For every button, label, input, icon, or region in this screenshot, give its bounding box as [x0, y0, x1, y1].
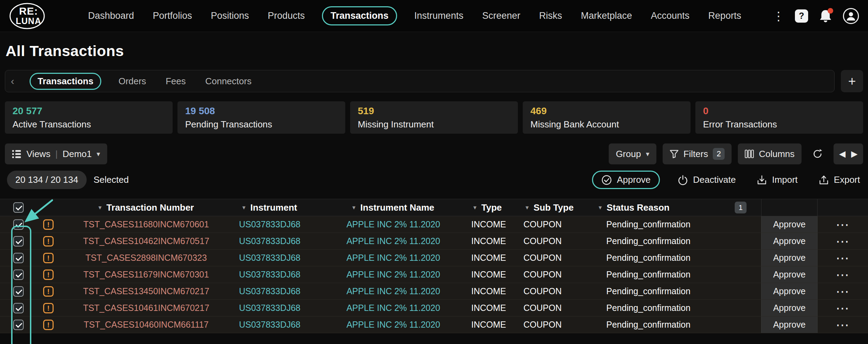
export-button[interactable]: Export — [815, 171, 863, 189]
cell-instrument[interactable]: US037833DJ68 — [223, 233, 317, 249]
cell-sub-type: COUPON — [522, 266, 595, 283]
cell-type: INCOME — [470, 266, 522, 283]
nav-item-positions[interactable]: Positions — [209, 6, 251, 25]
cell-instrument[interactable]: US037833DJ68 — [223, 283, 317, 299]
overflow-menu-icon[interactable]: ⋮ — [773, 10, 784, 22]
pagination-control[interactable]: ◀ ▶ — [834, 143, 863, 164]
nav-item-products[interactable]: Products — [266, 6, 307, 25]
header-instrument[interactable]: ▾ Instrument — [223, 199, 317, 216]
nav-item-accounts[interactable]: Accounts — [649, 6, 691, 25]
row-menu-icon[interactable]: ⋯ — [818, 250, 868, 266]
row-menu-icon[interactable]: ⋯ — [818, 266, 868, 283]
header-sub-type[interactable]: ▾ Sub Type — [522, 199, 595, 216]
header-transaction-number[interactable]: ▾ Transaction Number — [70, 199, 223, 216]
nav-item-transactions[interactable]: Transactions — [322, 6, 397, 25]
row-menu-icon[interactable]: ⋯ — [818, 216, 868, 233]
row-approve-button[interactable]: Approve — [761, 283, 818, 299]
row-menu-icon[interactable]: ⋯ — [818, 233, 868, 249]
cell-instrument-name[interactable]: APPLE INC 2% 11.2020 — [317, 300, 470, 316]
row-checkbox[interactable] — [13, 320, 24, 330]
stat-card[interactable]: 19 508 Pending Transactions — [177, 101, 345, 134]
cell-instrument-name[interactable]: APPLE INC 2% 11.2020 — [317, 233, 470, 249]
import-button[interactable]: Import — [753, 171, 801, 189]
stat-card[interactable]: 469 Missing Bank Account — [523, 101, 691, 134]
tab-label: Orders — [118, 76, 146, 86]
cell-instrument[interactable]: US037833DJ68 — [223, 250, 317, 266]
group-button[interactable]: Group ▾ — [609, 143, 656, 164]
row-approve-button[interactable]: Approve — [761, 266, 818, 283]
chevron-down-icon[interactable]: ▾ — [526, 204, 529, 211]
tab-transactions[interactable]: Transactions — [30, 73, 101, 90]
row-approve-button[interactable]: Approve — [761, 233, 818, 249]
refresh-button[interactable] — [808, 144, 827, 164]
stat-card[interactable]: 519 Missing Instrument — [350, 101, 518, 134]
chevron-down-icon[interactable]: ▾ — [473, 204, 476, 211]
chevron-down-icon[interactable]: ▾ — [242, 204, 245, 211]
table-row: ! TST_CASES10461INCM670217 US037833DJ68 … — [0, 300, 868, 316]
row-menu-icon[interactable]: ⋯ — [818, 283, 868, 299]
chevron-down-icon[interactable]: ▾ — [599, 204, 602, 211]
nav-item-label: Positions — [211, 10, 249, 21]
row-checkbox[interactable] — [13, 303, 24, 313]
stat-card[interactable]: 20 577 Active Transactions — [5, 101, 173, 134]
nav-item-marketplace[interactable]: Marketplace — [579, 6, 634, 25]
approve-button[interactable]: Approve — [592, 171, 660, 189]
tab-connectors[interactable]: Connectors — [203, 73, 254, 90]
nav-item-reports[interactable]: Reports — [707, 6, 743, 25]
row-menu-icon[interactable]: ⋯ — [818, 300, 868, 316]
cell-transaction-number[interactable]: TST_CASES13450INCM670217 — [70, 283, 223, 299]
columns-button[interactable]: Columns — [738, 143, 802, 164]
cell-instrument-name[interactable]: APPLE INC 2% 11.2020 — [317, 216, 470, 233]
row-checkbox[interactable] — [13, 286, 24, 297]
nav-item-dashboard[interactable]: Dashboard — [86, 6, 136, 25]
filters-button[interactable]: Filters 2 — [663, 143, 732, 164]
chevron-down-icon[interactable]: ▾ — [352, 204, 355, 211]
cell-transaction-number[interactable]: TST_CASES2898INCM670323 — [70, 250, 223, 266]
row-approve-button[interactable]: Approve — [761, 216, 818, 233]
deactivate-button[interactable]: Deactivate — [674, 171, 739, 189]
nav-item-instruments[interactable]: Instruments — [412, 6, 465, 25]
cell-transaction-number[interactable]: TST_CASES10460INCM661117 — [70, 316, 223, 333]
row-approve-button[interactable]: Approve — [761, 250, 818, 266]
cell-instrument[interactable]: US037833DJ68 — [223, 216, 317, 233]
header-type[interactable]: ▾ Type — [470, 199, 522, 216]
row-menu-icon[interactable]: ⋯ — [818, 316, 868, 333]
cell-instrument-name[interactable]: APPLE INC 2% 11.2020 — [317, 283, 470, 299]
cell-instrument[interactable]: US037833DJ68 — [223, 266, 317, 283]
user-avatar[interactable] — [843, 8, 859, 24]
tab-fees[interactable]: Fees — [163, 73, 188, 90]
row-approve-button[interactable]: Approve — [761, 316, 818, 333]
cell-instrument-name[interactable]: APPLE INC 2% 11.2020 — [317, 316, 470, 333]
tabs-scroll-left-icon[interactable]: ‹ — [10, 75, 15, 87]
nav-item-portfolios[interactable]: Portfolios — [151, 6, 194, 25]
cell-transaction-number[interactable]: TST_CASES11680INCM670601 — [70, 216, 223, 233]
row-checkbox[interactable] — [13, 236, 24, 247]
header-status-reason[interactable]: ▾ Status Reason 1 — [595, 199, 761, 216]
tab-orders[interactable]: Orders — [116, 73, 148, 90]
notifications-bell-icon[interactable] — [819, 9, 833, 23]
tab-label: Transactions — [38, 76, 93, 86]
nav-item-screener[interactable]: Screener — [480, 6, 522, 25]
cell-transaction-number[interactable]: TST_CASES10462INCM670517 — [70, 233, 223, 249]
select-all-checkbox[interactable] — [13, 202, 24, 213]
cell-instrument[interactable]: US037833DJ68 — [223, 316, 317, 333]
cell-instrument-name[interactable]: APPLE INC 2% 11.2020 — [317, 266, 470, 283]
row-checkbox[interactable] — [13, 219, 24, 230]
views-selector-button[interactable]: Views | Demo1 ▾ — [5, 143, 107, 164]
cell-transaction-number[interactable]: TST_CASES10461INCM670217 — [70, 300, 223, 316]
next-page-icon[interactable]: ▶ — [851, 149, 858, 159]
cell-transaction-number[interactable]: TST_CASES11679INCM670301 — [70, 266, 223, 283]
chevron-down-icon[interactable]: ▾ — [98, 204, 102, 211]
row-approve-button[interactable]: Approve — [761, 300, 818, 316]
help-icon[interactable]: ? — [795, 9, 808, 23]
add-tab-button[interactable]: + — [841, 70, 863, 92]
filter-funnel-icon — [670, 149, 679, 158]
stat-card[interactable]: 0 Error Transactions — [695, 101, 863, 134]
row-checkbox[interactable] — [13, 269, 24, 280]
header-instrument-name[interactable]: ▾ Instrument Name — [317, 199, 470, 216]
cell-instrument-name[interactable]: APPLE INC 2% 11.2020 — [317, 250, 470, 266]
nav-item-risks[interactable]: Risks — [537, 6, 564, 25]
prev-page-icon[interactable]: ◀ — [839, 149, 845, 159]
cell-instrument[interactable]: US037833DJ68 — [223, 300, 317, 316]
row-checkbox[interactable] — [13, 253, 24, 263]
